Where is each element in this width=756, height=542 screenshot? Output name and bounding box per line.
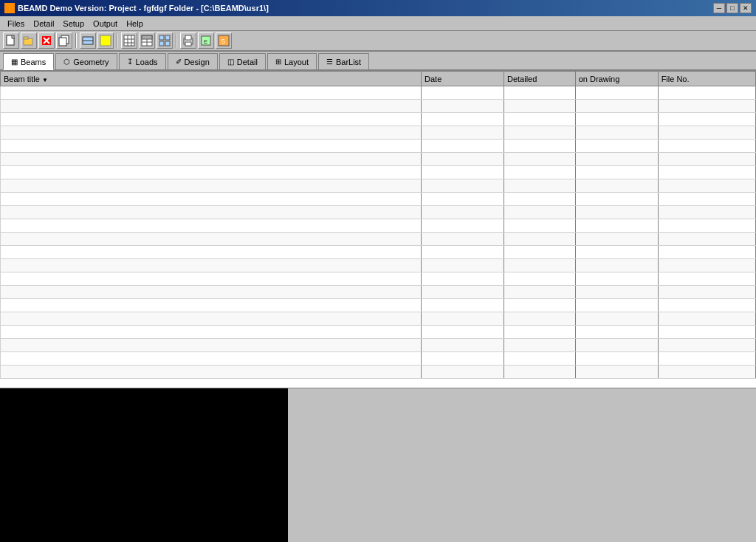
black-panel — [0, 388, 288, 542]
table-row[interactable] — [1, 206, 756, 219]
tab-beams[interactable]: ▦ Beams — [3, 53, 54, 70]
table2-button[interactable] — [157, 32, 173, 49]
svg-rect-26 — [185, 42, 191, 46]
svg-rect-2 — [24, 37, 28, 39]
table-cell — [658, 259, 755, 272]
table-row[interactable] — [1, 233, 756, 246]
col-header-date[interactable]: Date — [422, 72, 504, 86]
table-cell — [422, 259, 504, 272]
table-cell — [1, 100, 422, 113]
tab-detail[interactable]: ◫ Detail — [219, 53, 266, 69]
tab-layout[interactable]: ⊞ Layout — [267, 53, 317, 69]
settings-button[interactable]: S — [216, 32, 232, 49]
menu-files[interactable]: Files — [3, 18, 29, 30]
table-row[interactable] — [1, 126, 756, 140]
table-row[interactable] — [1, 166, 756, 179]
close-red-button[interactable] — [38, 32, 55, 49]
svg-rect-20 — [159, 35, 164, 40]
yellow-button[interactable] — [97, 32, 114, 49]
table-cell — [1, 219, 422, 233]
close-button[interactable]: ✕ — [740, 3, 752, 13]
table-row[interactable] — [1, 86, 756, 100]
table-cell — [575, 113, 658, 126]
table-cell — [1, 326, 422, 339]
table-cell — [1, 299, 422, 312]
table-row[interactable] — [1, 286, 756, 299]
table-row[interactable] — [1, 352, 756, 366]
table-row[interactable] — [1, 326, 756, 339]
geometry-icon: ⬡ — [63, 58, 70, 66]
table-row[interactable] — [1, 113, 756, 126]
grid-button[interactable] — [121, 32, 137, 49]
export-button[interactable]: E — [198, 32, 214, 49]
table-row[interactable] — [1, 312, 756, 326]
table-cell — [422, 366, 504, 379]
svg-rect-21 — [165, 35, 170, 40]
table-cell — [575, 219, 658, 233]
menu-detail[interactable]: Detail — [29, 18, 58, 30]
table-cell — [575, 272, 658, 286]
tab-geometry[interactable]: ⬡ Geometry — [55, 53, 117, 69]
table-row[interactable] — [1, 179, 756, 193]
table-cell — [1, 153, 422, 166]
new-button[interactable] — [3, 32, 19, 49]
tab-barlist[interactable]: ☰ BarList — [318, 53, 369, 69]
print-button[interactable] — [180, 32, 196, 49]
table-cell — [422, 179, 504, 193]
table-cell — [1, 126, 422, 140]
table-cell — [658, 272, 755, 286]
minimize-button[interactable]: ─ — [713, 3, 725, 13]
col-header-title[interactable]: Beam title ▼ — [1, 72, 422, 86]
svg-rect-17 — [142, 35, 152, 39]
table-cell — [658, 86, 755, 100]
col-fileno-label: File No. — [662, 75, 690, 83]
table-cell — [658, 153, 755, 166]
table-cell — [504, 246, 575, 259]
table-row[interactable] — [1, 259, 756, 272]
table-cell — [504, 233, 575, 246]
table-row[interactable] — [1, 272, 756, 286]
table-cell — [658, 113, 755, 126]
table-row[interactable] — [1, 193, 756, 206]
table-cell — [1, 286, 422, 299]
table-row[interactable] — [1, 100, 756, 113]
design-icon: ✐ — [176, 58, 182, 66]
table-button[interactable] — [139, 32, 155, 49]
table-cell — [504, 206, 575, 219]
table-cell — [1, 352, 422, 366]
table-cell — [575, 86, 658, 100]
table-row[interactable] — [1, 366, 756, 379]
col-title-label: Beam title — [4, 75, 40, 83]
table-row[interactable] — [1, 219, 756, 233]
table-cell — [1, 206, 422, 219]
restore-button[interactable]: □ — [726, 3, 738, 13]
col-header-fileno[interactable]: File No. — [658, 72, 755, 86]
toolbar-sep-3 — [176, 33, 177, 48]
title-bar-buttons: ─ □ ✕ — [713, 3, 752, 13]
table-cell — [1, 259, 422, 272]
table-row[interactable] — [1, 246, 756, 259]
beam-view-button[interactable] — [80, 32, 96, 49]
table-cell — [575, 352, 658, 366]
open-button[interactable] — [21, 32, 37, 49]
table-row[interactable] — [1, 140, 756, 153]
tab-loads[interactable]: ↧ Loads — [119, 53, 166, 69]
table-cell — [575, 299, 658, 312]
table-cell — [422, 100, 504, 113]
table-row[interactable] — [1, 299, 756, 312]
col-header-detailed[interactable]: Detailed — [504, 72, 575, 86]
menu-output[interactable]: Output — [89, 18, 122, 30]
table-cell — [1, 312, 422, 326]
col-header-drawing[interactable]: on Drawing — [575, 72, 658, 86]
copy-button[interactable] — [56, 32, 72, 49]
table-cell — [504, 259, 575, 272]
table-row[interactable] — [1, 153, 756, 166]
tab-design[interactable]: ✐ Design — [168, 53, 218, 69]
table-cell — [575, 286, 658, 299]
table-row[interactable] — [1, 339, 756, 352]
sort-icon-title: ▼ — [42, 77, 48, 83]
menu-setup[interactable]: Setup — [58, 18, 89, 30]
table-cell — [658, 206, 755, 219]
menu-help[interactable]: Help — [122, 18, 148, 30]
table-cell — [504, 366, 575, 379]
